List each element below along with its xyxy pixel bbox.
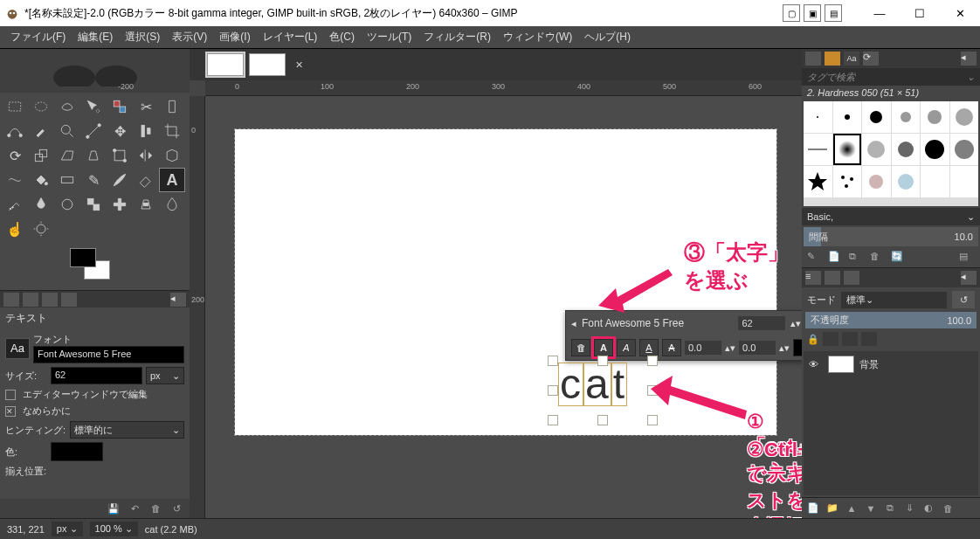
tool-move[interactable]: ✥ [107,119,133,143]
mode-switch-icon[interactable]: ↺ [952,291,975,308]
tool-measure[interactable] [80,119,107,143]
tt-size-field[interactable]: 62 [738,316,785,330]
tab-channels-icon[interactable] [825,271,840,285]
tool-warp[interactable] [2,168,28,192]
fg-color-swatch[interactable] [70,248,96,267]
brush-item-selected[interactable] [833,134,862,165]
tt-baseline-field[interactable]: 0.0 [685,341,721,355]
tool-rect-select[interactable] [2,94,28,119]
layer-row[interactable]: 👁 背景 [804,351,978,377]
tool-foreground-select[interactable] [159,94,185,119]
maximize-button[interactable]: ☐ [900,0,940,26]
menu-file[interactable]: ファイル(F) [5,27,71,47]
tool-color-picker[interactable] [28,119,54,143]
brush-item[interactable] [804,101,832,133]
size-field[interactable]: 62 [51,367,142,384]
dock-tab-brushes[interactable] [805,52,821,66]
layer-thumb[interactable] [828,356,854,373]
tool-pencil[interactable]: ✎ [80,168,107,192]
brush-item[interactable] [892,101,921,133]
dock-tab-tool-options[interactable] [3,293,19,307]
tool-perspective[interactable] [80,143,107,168]
menu-color[interactable]: 色(C) [324,27,360,47]
aux-icon-3[interactable]: ▤ [825,4,842,22]
tool-align[interactable] [133,119,159,143]
tool-opt-save-icon[interactable]: 💾 [106,501,121,515]
image-thumb-1[interactable] [207,53,244,76]
tool-text[interactable]: A [159,168,185,192]
handle-ml[interactable] [548,385,558,396]
hinting-dropdown[interactable]: 標準的に [70,421,184,439]
brush-spacing-slider[interactable]: 間隔 10.0 [804,227,978,246]
tool-dodge[interactable] [28,217,54,241]
layer-name[interactable]: 背景 [859,358,879,371]
menu-tools[interactable]: ツール(T) [362,27,417,47]
menu-select[interactable]: 選択(S) [120,27,165,47]
brush-refresh-icon[interactable]: 🔄 [891,251,907,265]
brush-item[interactable] [950,134,979,165]
tt-italic-button[interactable]: A [617,339,636,356]
minimize-button[interactable]: — [859,0,900,26]
brush-edit-icon[interactable]: ✎ [807,251,823,265]
tab-layers-icon[interactable]: ≡ [805,271,821,285]
brush-preset-dropdown[interactable]: Basic, [802,208,980,225]
brush-item[interactable] [950,101,979,133]
tag-search[interactable]: タグで検索⌄ [802,68,980,86]
brush-item[interactable] [833,166,862,197]
lock-alpha-icon[interactable] [861,332,877,346]
menu-edit[interactable]: 編集(E) [72,27,118,47]
tool-flip[interactable] [133,143,159,168]
brush-item[interactable] [921,101,949,133]
handle-bm[interactable] [597,415,608,425]
brush-item[interactable] [921,134,949,165]
aux-icon-1[interactable]: ▢ [783,4,800,22]
brush-open-icon[interactable]: ▤ [959,251,975,265]
status-unit-dropdown[interactable]: px ⌄ [52,522,83,536]
layer-new-icon[interactable]: 📄 [805,501,821,515]
tool-crop[interactable] [159,119,185,143]
tt-strike-button[interactable]: A [662,339,681,356]
layer-dup-icon[interactable]: ⧉ [882,501,898,515]
ruler-horizontal[interactable]: -200 0 100 200 300 400 500 600 [205,80,802,96]
tt-kerning-field[interactable]: 0.0 [739,341,776,355]
tt-underline-button[interactable]: A [639,339,659,356]
brush-item[interactable] [833,101,862,133]
layer-delete-icon[interactable]: 🗑 [940,501,956,515]
layers-menu-icon[interactable]: ◂ [961,271,977,285]
handle-tr[interactable] [647,356,658,366]
brush-del-icon[interactable]: 🗑 [870,251,886,265]
fg-bg-color[interactable] [0,246,190,290]
tool-opt-delete-icon[interactable]: 🗑 [148,501,163,515]
font-preview-icon[interactable]: Aa [5,338,30,359]
tt-size-spin-icon[interactable]: ▴▾ [790,318,801,329]
handle-tm[interactable] [597,356,608,366]
tt-font-name[interactable]: Font Awesome 5 Free [582,317,733,329]
canvas-viewport[interactable]: ◂ Font Awesome 5 Free 62 ▴▾ px ⌄ 🗑 A A A… [205,96,802,518]
aux-icon-2[interactable]: ▣ [804,4,821,22]
tool-fuzzy-select[interactable] [80,94,107,119]
lock-position-icon[interactable] [842,332,858,346]
tool-perspective-clone[interactable] [133,192,159,217]
ruler-vertical[interactable]: 0 200 [190,96,205,518]
image-thumb-2[interactable] [249,53,286,76]
tool-shear[interactable] [54,143,80,168]
dock-tab-fonts[interactable]: Aa [844,52,859,66]
close-button[interactable]: ✕ [940,0,980,26]
brush-item[interactable] [921,166,949,197]
editor-window-checkbox[interactable] [5,390,16,400]
tool-scissors[interactable]: ✂ [133,94,159,119]
tool-gradient[interactable] [54,168,80,192]
brush-item[interactable] [804,134,832,165]
dock-tab-patterns[interactable] [825,52,840,66]
tool-unified-transform[interactable] [107,143,133,168]
tab-paths-icon[interactable] [844,271,859,285]
font-field[interactable]: Font Awesome 5 Free [33,346,184,363]
status-zoom-dropdown[interactable]: 100 % ⌄ [90,522,138,536]
tool-bucket-fill[interactable] [28,168,54,192]
brush-item[interactable] [862,134,891,165]
handle-tl[interactable] [548,356,558,366]
brush-item[interactable] [950,166,979,197]
tt-baseline-spin-icon[interactable]: ▴▾ [725,342,735,354]
layer-down-icon[interactable]: ▼ [863,501,879,515]
menu-filter[interactable]: フィルター(R) [418,27,496,47]
